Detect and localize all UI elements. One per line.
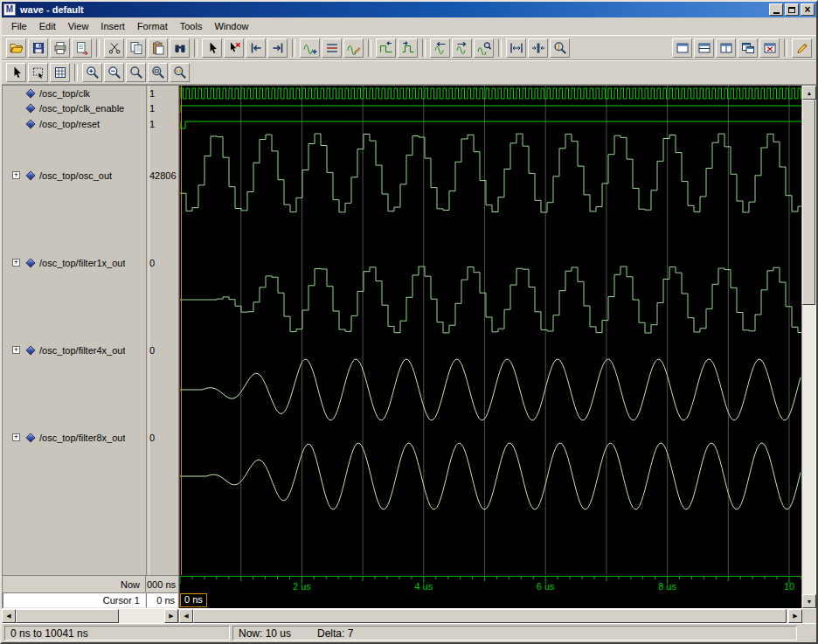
search-reverse-button[interactable] (430, 38, 450, 58)
cursor1-label[interactable]: Cursor 1 (3, 592, 146, 608)
timeline-ruler[interactable]: 2 us4 us6 us8 us10 (180, 575, 801, 592)
find-prev-edge-button[interactable] (376, 38, 396, 58)
signal-row[interactable]: +/osc_top/filter1x_out (3, 257, 146, 268)
toolbar-separator (96, 39, 100, 57)
add-wave-button[interactable] (300, 38, 320, 58)
expand-button[interactable]: + (12, 171, 20, 179)
list-mode-button[interactable] (50, 63, 70, 82)
dock-pane-button[interactable] (672, 38, 692, 58)
copy-button[interactable] (126, 38, 146, 58)
close-pane-button[interactable] (759, 38, 780, 58)
wave-hscroll-track[interactable] (193, 609, 788, 623)
search-forward-button[interactable] (452, 38, 472, 58)
zoom-range-icon (173, 66, 187, 80)
wave-canvas[interactable] (180, 86, 801, 575)
menu-window[interactable]: Window (208, 19, 254, 33)
wave-scroll-right-button[interactable]: ▶ (788, 609, 802, 623)
vertical-scroll-track[interactable] (802, 100, 815, 594)
cut-button[interactable] (104, 38, 124, 58)
toolbar-separator (74, 64, 78, 81)
edit-wave-button[interactable] (343, 38, 364, 58)
wave-hscroll-thumb[interactable] (193, 609, 787, 623)
signal-row[interactable]: /osc_top/clk (3, 87, 146, 99)
edit-mode-button[interactable] (792, 38, 812, 58)
menu-edit[interactable]: Edit (33, 19, 62, 33)
expand-button[interactable]: + (12, 259, 20, 267)
edge-prev-icon (379, 41, 393, 55)
titlebar[interactable]: M wave - default × (2, 2, 816, 17)
signal-row[interactable]: +/osc_top/filter8x_out (3, 432, 146, 443)
print-button[interactable] (50, 38, 70, 58)
split-vertical-button[interactable] (716, 38, 736, 58)
wave-scroll-left-button[interactable]: ◀ (179, 609, 193, 623)
zoom-cursor-button[interactable] (550, 38, 570, 58)
names-hscroll-track[interactable] (16, 609, 164, 623)
collapse-time-button[interactable] (528, 38, 548, 58)
menubar: FileEditViewInsertFormatToolsWindow (2, 17, 816, 35)
copy-icon (129, 41, 143, 55)
select-cursor-button[interactable] (202, 38, 222, 58)
split-horizontal-button[interactable] (694, 38, 714, 58)
names-hscroll-thumb[interactable] (16, 609, 119, 623)
scroll-down-button[interactable]: ▼ (802, 594, 816, 608)
menu-tools[interactable]: Tools (174, 19, 209, 33)
signal-row[interactable]: /osc_top/clk_enable (3, 102, 146, 114)
horizontal-scrollbars: ◀ ▶ ◀ ▶ (2, 609, 816, 623)
vertical-scroll-thumb[interactable] (802, 100, 815, 305)
restore-pane-button[interactable] (738, 38, 758, 58)
open-button[interactable] (6, 38, 26, 58)
export-button[interactable] (72, 38, 92, 58)
close-button[interactable]: × (801, 3, 815, 16)
find-binoculars-icon (173, 41, 187, 55)
scroll-right-button[interactable]: ▶ (164, 609, 178, 623)
wave-clk_enable (180, 106, 801, 113)
names-values-divider[interactable] (146, 86, 149, 575)
names-horizontal-scrollbar[interactable]: ◀ ▶ (2, 609, 179, 623)
toolbar-separator (784, 39, 787, 57)
signal-row[interactable]: /osc_top/reset (3, 118, 146, 129)
menu-file[interactable]: File (5, 19, 33, 33)
maximize-button[interactable] (785, 3, 799, 16)
zoom-mode-button[interactable] (28, 63, 48, 82)
arrow-right-icon: ▶ (169, 613, 173, 620)
cursor-time-box[interactable]: 0 ns (180, 593, 207, 607)
vertical-scrollbar[interactable]: ▲ ▼ (801, 86, 815, 608)
find-next-edge-button[interactable] (398, 38, 418, 58)
arrow-right-icon: ▶ (793, 613, 797, 620)
zoom-in-button[interactable] (82, 63, 102, 82)
wave-horizontal-scrollbar[interactable]: ◀ ▶ (179, 609, 802, 623)
signal-row[interactable]: +/osc_top/osc_out (3, 170, 146, 181)
menu-format[interactable]: Format (131, 19, 174, 33)
signal-name: /osc_top/clk_enable (39, 103, 124, 114)
zoom-range-button[interactable] (170, 63, 190, 82)
menu-view[interactable]: View (62, 19, 95, 33)
cursor-track[interactable]: 0 ns (180, 592, 801, 608)
search-pattern-button[interactable] (474, 38, 494, 58)
minimize-button[interactable] (769, 3, 783, 16)
expand-button[interactable]: + (12, 433, 20, 441)
expand-time-button[interactable] (506, 38, 526, 58)
paste-button[interactable] (148, 38, 168, 58)
menu-insert[interactable]: Insert (94, 19, 131, 33)
signal-row[interactable]: +/osc_top/filter4x_out (3, 344, 146, 356)
paste-icon (151, 41, 165, 55)
expand-button[interactable]: + (12, 346, 20, 354)
insert-divider-button[interactable] (322, 38, 342, 58)
zoom-full-button[interactable] (148, 63, 168, 82)
wave-clk (180, 88, 801, 99)
delete-cursor-button[interactable] (224, 38, 244, 58)
toolbar-separator (368, 39, 371, 57)
zoom-mode-icon (129, 66, 143, 80)
signal-name: /osc_top/filter8x_out (39, 433, 125, 443)
zoom-area-button[interactable] (126, 63, 146, 82)
scroll-up-button[interactable]: ▲ (802, 86, 816, 100)
find-button[interactable] (170, 38, 190, 58)
area-select-icon (31, 66, 45, 80)
save-button[interactable] (28, 38, 48, 58)
find-prev-transition-button[interactable] (246, 38, 266, 58)
find-next-transition-button[interactable] (267, 38, 288, 58)
ruler-svg: 2 us4 us6 us8 us10 (180, 575, 801, 592)
pointer-mode-button[interactable] (6, 63, 26, 82)
scroll-left-button[interactable]: ◀ (2, 609, 16, 623)
zoom-out-button[interactable] (104, 63, 124, 82)
